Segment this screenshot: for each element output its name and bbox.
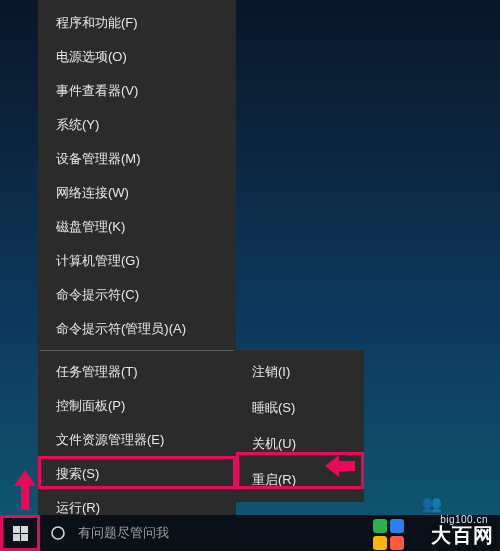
submenu-signout[interactable]: 注销(I) xyxy=(236,354,364,390)
menu-computer-management[interactable]: 计算机管理(G) xyxy=(38,244,236,278)
cortana-search[interactable]: 有问题尽管问我 xyxy=(44,517,254,549)
annotation-arrow-icon xyxy=(14,470,36,510)
svg-point-0 xyxy=(52,527,64,539)
windows-logo-icon xyxy=(13,526,28,541)
submenu-sleep[interactable]: 睡眠(S) xyxy=(236,390,364,426)
menu-command-prompt[interactable]: 命令提示符(C) xyxy=(38,278,236,312)
watermark-logo-icon xyxy=(373,519,404,550)
menu-search[interactable]: 搜索(S) xyxy=(38,457,236,491)
menu-disk-management[interactable]: 磁盘管理(K) xyxy=(38,210,236,244)
search-placeholder-text: 有问题尽管问我 xyxy=(78,524,169,542)
menu-event-viewer[interactable]: 事件查看器(V) xyxy=(38,74,236,108)
menu-control-panel[interactable]: 控制面板(P) xyxy=(38,389,236,423)
people-icon: 👥 xyxy=(422,494,442,513)
menu-system[interactable]: 系统(Y) xyxy=(38,108,236,142)
winx-menu: 程序和功能(F) 电源选项(O) 事件查看器(V) 系统(Y) 设备管理器(M)… xyxy=(38,0,236,551)
cortana-icon xyxy=(44,525,72,541)
start-button[interactable] xyxy=(0,515,40,551)
shutdown-submenu: 注销(I) 睡眠(S) 关机(U) 重启(R) xyxy=(236,350,364,502)
taskbar: 有问题尽管问我 xyxy=(0,515,500,551)
menu-command-prompt-admin[interactable]: 命令提示符(管理员)(A) xyxy=(38,312,236,346)
menu-divider xyxy=(40,350,234,351)
menu-file-explorer[interactable]: 文件资源管理器(E) xyxy=(38,423,236,457)
menu-programs-features[interactable]: 程序和功能(F) xyxy=(38,6,236,40)
annotation-arrow-icon xyxy=(325,455,355,477)
menu-task-manager[interactable]: 任务管理器(T) xyxy=(38,355,236,389)
menu-power-options[interactable]: 电源选项(O) xyxy=(38,40,236,74)
menu-device-manager[interactable]: 设备管理器(M) xyxy=(38,142,236,176)
watermark-text: 大百网 xyxy=(431,522,494,549)
menu-network-connections[interactable]: 网络连接(W) xyxy=(38,176,236,210)
